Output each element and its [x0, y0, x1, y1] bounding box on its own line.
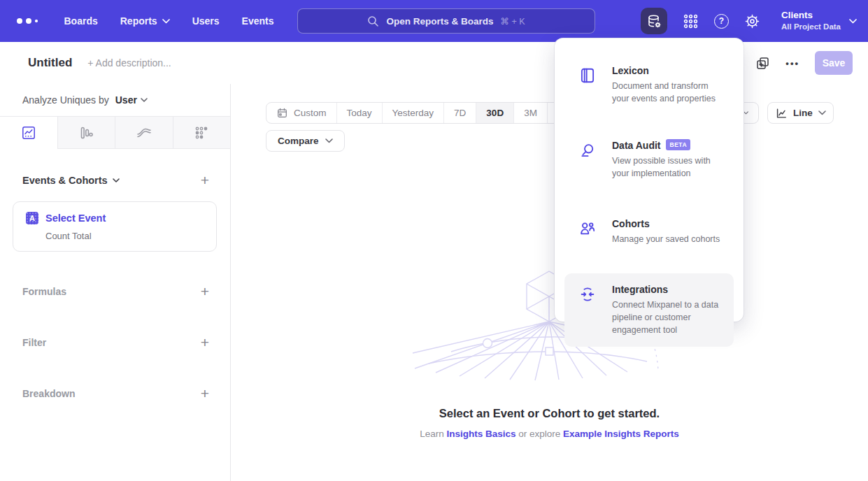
analyze-value: User	[115, 94, 137, 106]
chevron-down-icon	[113, 178, 120, 182]
help-button[interactable]: ?	[714, 14, 729, 29]
help-glyph: ?	[719, 16, 724, 26]
menu-item-title: Integrations	[612, 284, 668, 295]
events-cohorts-label: Events & Cohorts	[22, 175, 108, 186]
menu-item-description: Document and transform your events and p…	[612, 80, 723, 105]
date-range-today[interactable]: Today	[336, 103, 382, 123]
beta-badge: BETA	[666, 139, 690, 150]
learn-text: Learn	[420, 429, 446, 439]
integrations-sync-icon	[578, 285, 597, 303]
add-filter-button[interactable]: +	[201, 335, 209, 350]
top-nav: Boards Reports Users Events Open Reports…	[0, 0, 868, 42]
count-total-dropdown[interactable]: Count Total	[45, 231, 204, 241]
nav-item-events[interactable]: Events	[242, 15, 274, 27]
formulas-section: Formulas +	[22, 266, 209, 317]
chart-type-label: Line	[793, 108, 813, 118]
add-breakdown-button[interactable]: +	[201, 386, 209, 401]
query-sidebar: Analyze Uniques by User	[0, 84, 231, 481]
date-range-30d[interactable]: 30D	[476, 103, 513, 123]
bar-chart-tab-icon	[78, 125, 94, 141]
analyze-by-dropdown[interactable]: User	[115, 94, 148, 106]
nav-item-label: Users	[192, 15, 220, 27]
add-formula-button[interactable]: +	[201, 284, 209, 299]
cohorts-people-icon	[578, 220, 597, 238]
duplicate-button[interactable]	[755, 56, 770, 71]
date-range-label: 7D	[454, 108, 466, 118]
search-shortcut: ⌘ + K	[500, 16, 525, 27]
filter-label: Filter	[22, 337, 46, 348]
date-range-7d[interactable]: 7D	[443, 103, 476, 123]
select-event-button[interactable]: Select Event	[45, 213, 106, 224]
date-range-label: 3M	[524, 108, 537, 118]
more-options-button[interactable]: •••	[785, 58, 799, 69]
menu-item-cohorts[interactable]: Cohorts Manage your saved cohorts	[564, 213, 734, 251]
line-chart-icon	[775, 107, 788, 120]
calendar-icon	[276, 107, 288, 119]
chart-type-dropdown[interactable]: Line	[767, 102, 834, 124]
database-gear-icon	[646, 13, 662, 29]
visualization-tabs	[0, 116, 230, 149]
report-description-input[interactable]: + Add description...	[87, 57, 171, 69]
nav-item-boards[interactable]: Boards	[64, 15, 98, 27]
settings-button[interactable]	[744, 13, 760, 29]
report-header-actions: ••• Save	[742, 51, 853, 75]
plus-icon: +	[201, 283, 209, 299]
explore-text: or explore	[515, 429, 563, 439]
filter-section: Filter +	[22, 317, 209, 368]
chevron-down-icon	[325, 138, 333, 143]
data-management-button[interactable]	[641, 8, 667, 34]
tab-metrics[interactable]	[173, 117, 231, 149]
search-icon	[367, 15, 379, 27]
menu-item-integrations[interactable]: Integrations Connect Mixpanel to a data …	[564, 273, 734, 347]
example-reports-link[interactable]: Example Insights Reports	[563, 429, 679, 439]
events-cohorts-dropdown[interactable]: Events & Cohorts	[22, 175, 120, 186]
save-button[interactable]: Save	[815, 51, 853, 75]
menu-item-title: Cohorts	[612, 218, 650, 229]
project-scope: All Project Data	[781, 22, 841, 31]
search-placeholder: Open Reports & Boards	[386, 16, 493, 27]
menu-item-data-audit[interactable]: Data AuditBETA View possible issues with…	[564, 134, 734, 185]
project-switcher[interactable]: Clients All Project Data	[781, 10, 857, 31]
nav-item-label: Boards	[64, 15, 98, 27]
tab-flows[interactable]	[115, 117, 173, 149]
menu-item-lexicon[interactable]: Lexicon Document and transform your even…	[564, 59, 734, 110]
breakdown-label: Breakdown	[22, 388, 75, 399]
metrics-tab-icon	[194, 125, 209, 141]
compare-dropdown[interactable]: Compare	[266, 130, 345, 152]
gear-icon	[744, 13, 760, 29]
event-card[interactable]: A Select Event Count Total	[13, 201, 217, 252]
tab-bar-chart[interactable]	[57, 117, 115, 149]
nav-right-controls: ? Clients All Project Data	[641, 8, 857, 34]
search-input[interactable]: Open Reports & Boards ⌘ + K	[297, 8, 595, 34]
flows-tab-icon	[136, 125, 152, 141]
compare-label: Compare	[278, 136, 319, 146]
plus-icon: +	[201, 172, 209, 188]
date-range-custom[interactable]: Custom	[266, 103, 336, 123]
menu-item-description: Manage your saved cohorts	[612, 233, 720, 245]
mixpanel-app: Boards Reports Users Events Open Reports…	[0, 0, 868, 481]
lexicon-book-icon	[578, 66, 597, 85]
nav-item-label: Reports	[120, 15, 157, 27]
nav-item-reports[interactable]: Reports	[120, 15, 170, 27]
nav-items: Boards Reports Users Events	[64, 15, 274, 27]
data-audit-magnifier-icon	[578, 141, 597, 159]
date-range-yesterday[interactable]: Yesterday	[382, 103, 444, 123]
nav-item-users[interactable]: Users	[192, 15, 220, 27]
date-range-3m[interactable]: 3M	[513, 103, 547, 123]
date-range-label: Yesterday	[392, 108, 434, 118]
ellipsis-icon: •••	[785, 58, 799, 69]
tab-insights-line[interactable]	[0, 117, 57, 149]
formulas-label: Formulas	[22, 286, 66, 297]
copy-plus-icon	[755, 56, 770, 71]
project-name: Clients	[781, 10, 841, 22]
mixpanel-logo-icon[interactable]	[17, 18, 38, 24]
date-range-label: Custom	[294, 108, 327, 118]
menu-item-title: Lexicon	[612, 65, 649, 76]
report-title[interactable]: Untitled	[28, 56, 72, 70]
analyze-row: Analyze Uniques by User	[0, 84, 230, 116]
apps-grid-button[interactable]	[683, 13, 699, 29]
plus-icon: +	[201, 334, 209, 350]
menu-item-description: View possible issues with your implement…	[612, 155, 723, 180]
add-event-button[interactable]: +	[201, 173, 209, 187]
insights-basics-link[interactable]: Insights Basics	[446, 429, 515, 439]
